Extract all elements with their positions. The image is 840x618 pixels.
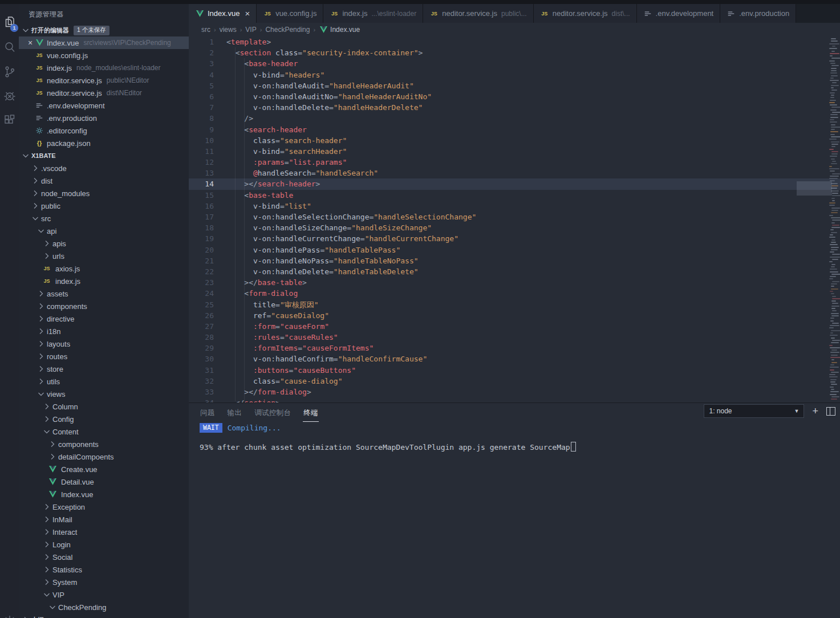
open-editor-item[interactable]: .env.development <box>19 99 189 112</box>
breadcrumb-file[interactable]: Index.vue <box>319 26 360 34</box>
source-control-icon[interactable] <box>0 60 19 83</box>
editor-tab-index-js[interactable]: JSindex.js...\eslint-loader <box>323 4 423 23</box>
open-editor-item[interactable]: JSneditor.service.jspublic\NEditor <box>19 74 189 87</box>
code-line-15[interactable]: 15 <base-table <box>189 190 840 201</box>
explorer-icon[interactable]: 1 <box>0 10 19 33</box>
tree-item-public[interactable]: public <box>19 200 189 212</box>
tree-item-inmail[interactable]: InMail <box>19 513 189 526</box>
code-line-12[interactable]: 12 :params="list.params" <box>189 157 840 168</box>
tree-item-store[interactable]: store <box>19 363 189 375</box>
open-editor-item[interactable]: ×Index.vuesrc\views\VIP\CheckPending <box>19 36 189 49</box>
terminal-output[interactable]: WAIT Compiling... 93% after chunk asset … <box>200 422 834 452</box>
tree-item-column[interactable]: Column <box>19 400 189 413</box>
code-line-20[interactable]: 20 v-on:handlePass="handleTablePass" <box>189 245 840 255</box>
tree-item-directive[interactable]: directive <box>19 312 189 325</box>
tree-item-components[interactable]: components <box>19 300 189 312</box>
open-editor-item[interactable]: JSvue.config.js <box>19 49 189 62</box>
code-line-28[interactable]: 28 :rules="causeRules" <box>189 332 840 343</box>
tree-item-statistics[interactable]: Statistics <box>19 563 189 576</box>
debug-icon[interactable] <box>0 84 19 107</box>
tree-item-api[interactable]: api <box>19 225 189 237</box>
code-line-13[interactable]: 13 @handleSearch="handleSearch" <box>189 168 840 178</box>
workspace-header[interactable]: X1BATE <box>19 149 189 162</box>
tree-item-detailcompoents[interactable]: detailCompoents <box>19 450 189 463</box>
code-line-17[interactable]: 17 v-on:handleSelectionChange="handleSel… <box>189 212 840 222</box>
code-line-30[interactable]: 30 v-on:handleConfirm="handleConfirmCaus… <box>189 353 840 364</box>
code-line-22[interactable]: 22 v-on:handleDelete="handleTableDelete" <box>189 266 840 277</box>
code-line-23[interactable]: 23 ></base-table> <box>189 277 840 288</box>
breadcrumb[interactable]: src›views›VIP›CheckPending›Index.vue <box>189 23 840 36</box>
code-line-3[interactable]: 3 <base-header <box>189 58 840 69</box>
code-line-16[interactable]: 16 v-bind="list" <box>189 201 840 212</box>
tree-item-vip[interactable]: VIP <box>19 588 189 601</box>
tree-item-layouts[interactable]: layouts <box>19 338 189 350</box>
terminal-select[interactable]: 1: node ▼ <box>704 404 804 418</box>
tree-item-create-vue[interactable]: Create.vue <box>19 463 189 475</box>
editor-tab-vue-config-js[interactable]: JSvue.config.js <box>257 4 323 23</box>
settings-gear-icon[interactable] <box>0 610 19 618</box>
open-editor-item[interactable]: .env.production <box>19 112 189 124</box>
code-line-7[interactable]: 7 v-on:handleDelete="handleHeaderDelete" <box>189 102 840 113</box>
open-editors-header[interactable]: 打开的编辑器 1 个未保存 <box>19 24 189 36</box>
close-icon[interactable]: × <box>245 10 250 18</box>
tree-item-node-modules[interactable]: node_modules <box>19 187 189 200</box>
code-line-21[interactable]: 21 v-on:handleNoPass="handleTableNoPass" <box>189 255 840 266</box>
code-line-14[interactable]: 14 ></search-header> <box>189 178 840 189</box>
code-line-31[interactable]: 31 :buttons="causeButtons" <box>189 365 840 376</box>
breadcrumb-item[interactable]: src <box>201 26 210 34</box>
open-editor-item[interactable]: .editorconfig <box>19 124 189 137</box>
split-terminal-button[interactable] <box>826 407 835 416</box>
tree-item-detail-vue[interactable]: Detail.vue <box>19 475 189 488</box>
breadcrumb-item[interactable]: VIP <box>245 26 256 34</box>
tree-item-dist[interactable]: dist <box>19 174 189 187</box>
code-line-18[interactable]: 18 v-on:handleSizeChange="handleSizeChan… <box>189 222 840 233</box>
editor-tab--env-development[interactable]: .env.development <box>637 4 721 23</box>
panel-tab-调试控制台[interactable]: 调试控制台 <box>254 406 291 422</box>
code-line-1[interactable]: 1<template> <box>189 36 840 47</box>
code-line-32[interactable]: 32 class="cause-dialog" <box>189 376 840 387</box>
code-line-34[interactable]: 34 </section> <box>189 397 840 402</box>
tree-item-index-vue[interactable]: Index.vue <box>19 488 189 501</box>
code-line-9[interactable]: 9 <search-header <box>189 124 840 135</box>
breadcrumb-item[interactable]: CheckPending <box>265 26 310 34</box>
code-line-5[interactable]: 5 v-on:handleAudit="handleHeaderAudit" <box>189 80 840 91</box>
panel-tab-问题[interactable]: 问题 <box>200 406 216 422</box>
code-line-19[interactable]: 19 v-on:handleCurrentChange="handleCurre… <box>189 233 840 244</box>
code-line-2[interactable]: 2 <section class="security-index-contain… <box>189 47 840 58</box>
tree-item-apis[interactable]: apis <box>19 237 189 250</box>
breadcrumb-item[interactable]: views <box>220 26 237 34</box>
code-editor[interactable]: 1<template>2 <section class="security-in… <box>189 36 840 402</box>
tree-item-system[interactable]: System <box>19 576 189 588</box>
tree-item-config[interactable]: Config <box>19 413 189 425</box>
tree-item--vscode[interactable]: .vscode <box>19 162 189 174</box>
code-line-27[interactable]: 27 :form="causeForm" <box>189 321 840 332</box>
outline-header[interactable]: 大纲 <box>19 613 189 618</box>
code-line-10[interactable]: 10 class="search-header" <box>189 135 840 146</box>
code-line-8[interactable]: 8 /> <box>189 113 840 124</box>
new-terminal-button[interactable]: + <box>812 406 818 416</box>
tree-item-checkpending[interactable]: CheckPending <box>19 601 189 613</box>
tree-item-content[interactable]: Content <box>19 425 189 438</box>
tree-item-exception[interactable]: Exception <box>19 501 189 513</box>
tree-item-assets[interactable]: assets <box>19 287 189 300</box>
search-icon[interactable] <box>0 36 19 59</box>
code-line-6[interactable]: 6 v-on:handleAuditNo="handleHeaderAuditN… <box>189 91 840 102</box>
tree-item-index-js[interactable]: JSindex.js <box>19 275 189 287</box>
tree-item-i18n[interactable]: i18n <box>19 325 189 338</box>
tree-item-login[interactable]: Login <box>19 538 189 551</box>
tree-item-src[interactable]: src <box>19 212 189 225</box>
editor-tab-neditor-service-js[interactable]: JSneditor.service.jsdist\... <box>534 4 637 23</box>
panel-tab-输出[interactable]: 输出 <box>227 406 243 422</box>
tree-item-urls[interactable]: urls <box>19 250 189 262</box>
tree-item-interact[interactable]: Interact <box>19 526 189 538</box>
tree-item-components[interactable]: components <box>19 438 189 450</box>
code-line-4[interactable]: 4 v-bind="headers" <box>189 70 840 80</box>
code-line-25[interactable]: 25 title="审核原因" <box>189 299 840 310</box>
tree-item-social[interactable]: Social <box>19 551 189 563</box>
open-editor-item[interactable]: JSindex.jsnode_modules\eslint-loader <box>19 62 189 74</box>
code-line-11[interactable]: 11 v-bind="searchHeader" <box>189 146 840 157</box>
tree-item-routes[interactable]: routes <box>19 350 189 363</box>
close-icon[interactable]: × <box>28 38 33 47</box>
code-line-33[interactable]: 33 ></form-dialog> <box>189 387 840 397</box>
editor-tab-index-vue[interactable]: Index.vue× <box>189 4 257 23</box>
